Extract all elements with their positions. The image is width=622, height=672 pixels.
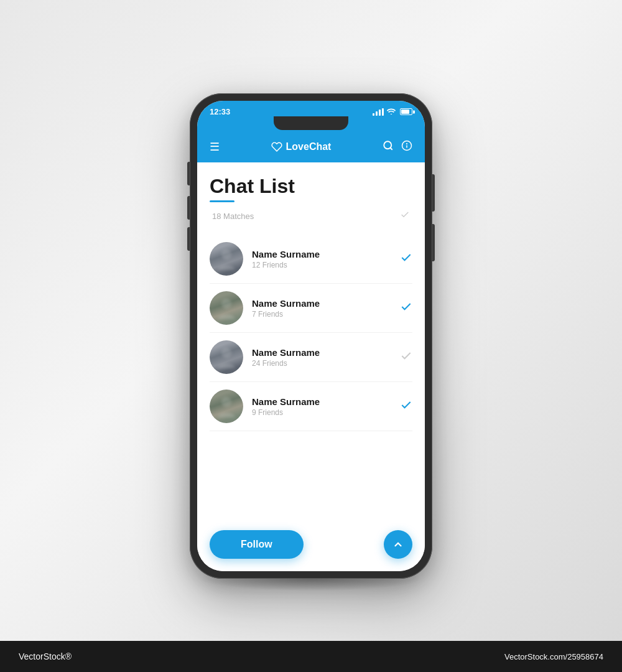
- phone-screen: 12:33 ☰ LoveChat: [197, 101, 425, 571]
- header-actions: [383, 140, 412, 154]
- svg-point-0: [384, 141, 391, 149]
- scroll-top-button[interactable]: [384, 530, 412, 559]
- chat-friends: 9 Friends: [252, 408, 391, 417]
- chat-item[interactable]: Name Surname 24 Friends: [210, 333, 412, 382]
- chat-list: Name Surname 12 Friends: [210, 235, 412, 431]
- svg-point-8: [221, 397, 231, 407]
- svg-point-5: [221, 250, 231, 259]
- content-area: Chat List 18 Matches: [197, 162, 425, 571]
- page-title: Chat List: [210, 175, 412, 198]
- follow-button[interactable]: Follow: [210, 530, 304, 559]
- avatar: [210, 340, 243, 374]
- check-icon: [400, 251, 412, 267]
- avatar-image: [210, 242, 243, 276]
- avatar: [210, 242, 243, 276]
- title-underline: [210, 200, 234, 202]
- bottom-bar: Follow: [210, 530, 412, 559]
- matches-label: 18 Matches: [212, 212, 254, 221]
- status-icons: [373, 108, 412, 116]
- chat-item[interactable]: Name Surname 7 Friends: [210, 284, 412, 333]
- avatar-image: [210, 340, 243, 374]
- avatar: [210, 390, 243, 423]
- chat-name: Name Surname: [252, 249, 391, 259]
- check-icon: [400, 399, 412, 414]
- battery-icon: [400, 108, 412, 115]
- chat-friends: 12 Friends: [252, 261, 391, 269]
- chat-item[interactable]: Name Surname 9 Friends: [210, 382, 412, 431]
- status-time: 12:33: [210, 107, 230, 116]
- chat-info: Name Surname 24 Friends: [252, 347, 391, 368]
- chat-name: Name Surname: [252, 298, 391, 309]
- app-name: LoveChat: [286, 141, 332, 152]
- chat-info: Name Surname 9 Friends: [252, 396, 391, 417]
- watermark-left: VectorStock®: [19, 651, 72, 661]
- watermark-bar: VectorStock® VectorStock.com/25958674: [0, 641, 622, 672]
- status-bar: 12:33: [197, 101, 425, 116]
- signal-icon: [373, 108, 384, 116]
- svg-point-7: [221, 348, 231, 358]
- chat-friends: 24 Friends: [252, 359, 391, 368]
- hamburger-icon[interactable]: ☰: [210, 140, 220, 154]
- svg-line-1: [390, 147, 392, 149]
- notch-bar: [197, 116, 425, 135]
- chat-name: Name Surname: [252, 396, 391, 407]
- phone-device: 12:33 ☰ LoveChat: [190, 93, 432, 579]
- info-icon[interactable]: [401, 140, 412, 154]
- app-header: ☰ LoveChat: [197, 135, 425, 162]
- search-icon[interactable]: [383, 140, 394, 154]
- avatar: [210, 291, 243, 325]
- wifi-icon: [387, 108, 396, 115]
- avatar-image: [210, 291, 243, 325]
- chat-item[interactable]: Name Surname 12 Friends: [210, 235, 412, 284]
- chat-friends: 7 Friends: [252, 310, 391, 319]
- check-icon: [400, 301, 412, 316]
- chat-info: Name Surname 12 Friends: [252, 249, 391, 269]
- app-logo: LoveChat: [271, 141, 332, 152]
- matches-check-icon: [400, 210, 410, 222]
- notch: [274, 116, 348, 130]
- svg-point-6: [221, 299, 231, 309]
- avatar-image: [210, 390, 243, 423]
- chat-info: Name Surname 7 Friends: [252, 298, 391, 319]
- watermark-right: VectorStock.com/25958674: [504, 652, 603, 661]
- chat-name: Name Surname: [252, 347, 391, 358]
- matches-row: 18 Matches: [210, 210, 412, 222]
- check-icon: [400, 350, 412, 365]
- heart-icon: [271, 141, 282, 152]
